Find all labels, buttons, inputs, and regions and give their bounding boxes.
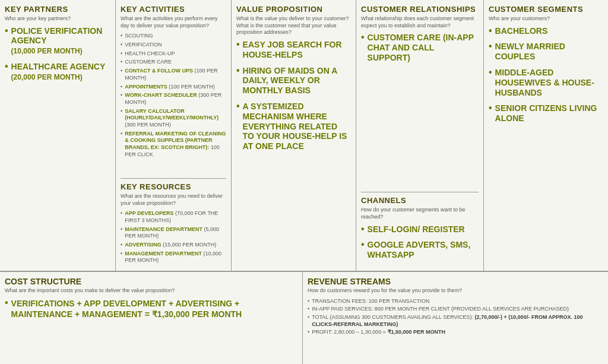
- value-proposition-subtitle: What is the value you deliver to your cu…: [236, 15, 351, 36]
- revenue-streams-cell: REVENUE STREAMS How do customers reward …: [303, 272, 608, 364]
- customer-rel-channels-cell: CUSTOMER RELATIONSHIPS What relationship…: [356, 0, 484, 271]
- key-partners-cell: KEY PARTNERS Who are your key partners? …: [0, 0, 116, 271]
- cr-item-1: CUSTOMER CARE (IN-APP CHAT AND CALL SUPP…: [361, 33, 479, 62]
- rs-item-2: IN-APP PAID SERVICES: 800 PER MONTH PER …: [308, 306, 603, 313]
- ka-item-3: HEALTH CHECK-UP: [121, 50, 226, 58]
- customer-segments-cell: CUSTOMER SEGMENTS Who are your customers…: [484, 0, 608, 271]
- kr-item-3: ADVERTISING (15,000 PER MONTH): [121, 242, 226, 249]
- revenue-streams-title: REVENUE STREAMS: [308, 277, 603, 286]
- customer-relationships-section: CUSTOMER RELATIONSHIPS What relationship…: [361, 5, 479, 192]
- ka-item-9: REFERRAL MARKETING OF CLEANING & COOKING…: [121, 131, 226, 159]
- cs-item-4: SENIOR CITIZENS LIVING ALONE: [489, 103, 603, 124]
- ka-item-1: SCOUTING: [121, 33, 226, 40]
- cost-structure-subtitle: What are the important costs you make to…: [5, 287, 297, 295]
- value-proposition-title: VALUE PROPOSITION: [236, 5, 351, 14]
- key-partners-title: KEY PARTNERS: [5, 5, 110, 14]
- cost-structure-item: VERIFICATIONS + APP DEVELOPMENT + ADVERT…: [5, 298, 297, 319]
- vp-item-2: HIRING OF MAIDS ON A DAILY, WEEKLY OR MO…: [236, 66, 351, 96]
- ka-item-5: CONTACT & FOLLOW UPS (100 PER MONTH): [121, 68, 226, 81]
- vp-item-3: A SYSTEMIZED MECHANISM WHERE EVERYTHING …: [236, 102, 351, 151]
- cs-item-1: BACHELORS: [489, 26, 603, 36]
- rs-item-1: TRANSACTION FEES: 100 PER TRANSACTION: [308, 298, 603, 305]
- kr-item-2: MAINTENANCE DEPARTMENT (5,000 PER MONTH): [121, 226, 226, 240]
- business-model-canvas: KEY PARTNERS Who are your key partners? …: [0, 0, 608, 364]
- ka-item-8: SALARY CALCULATOR (HOURLY/DAILY/WEEKLY/M…: [121, 108, 226, 129]
- ch-item-2: GOOGLE ADVERTS, SMS, WHATSAPP: [361, 240, 479, 260]
- kr-item-1: APP DEVELOPERS (70,000 FOR THE FIRST 3 M…: [121, 210, 226, 224]
- bottom-section: COST STRUCTURE What are the important co…: [0, 272, 608, 364]
- key-partners-subtitle: Who are your key partners?: [5, 15, 110, 23]
- ka-item-4: CUSTOMER CARE: [121, 59, 226, 66]
- channels-title: CHANNELS: [361, 196, 479, 205]
- cost-structure-title: COST STRUCTURE: [5, 277, 297, 286]
- key-activities-subtitle: What are the activities you perform ever…: [121, 15, 226, 29]
- revenue-streams-subtitle: How do customers reward you for the valu…: [308, 287, 603, 295]
- key-resources-subtitle: What are the resources you need to deliv…: [121, 193, 226, 207]
- value-proposition-cell: VALUE PROPOSITION What is the value you …: [232, 0, 356, 271]
- ka-item-6: APPOINTMENTS (100 PER MONTH): [121, 84, 226, 91]
- key-activities-title: KEY ACTIVITIES: [121, 5, 226, 14]
- ch-item-1: SELF-LOGIN/ REGISTER: [361, 224, 479, 235]
- cs-item-2: NEWLY MARRIED COUPLES: [489, 42, 603, 62]
- vp-item-1: EASY JOB SEARCH FOR HOUSE-HELPS: [236, 40, 351, 60]
- top-section: KEY PARTNERS Who are your key partners? …: [0, 0, 608, 272]
- ka-item-2: VERIFICATION: [121, 42, 226, 49]
- customer-rel-title: CUSTOMER RELATIONSHIPS: [361, 5, 479, 14]
- cs-item-3: MIDDLE-AGED HOUSEWIVES & HOUSE-HUSBANDS: [489, 68, 603, 97]
- customer-rel-subtitle: What relationship does each customer seg…: [361, 15, 479, 29]
- channels-section: CHANNELS How do your customer segments w…: [361, 192, 479, 266]
- key-partners-item-1: POLICE VERIFICATION AGENCY(10,000 PER MO…: [5, 26, 110, 56]
- key-activities-top: KEY ACTIVITIES What are the activities y…: [121, 5, 226, 179]
- channels-subtitle: How do your customer segments want to be…: [361, 207, 479, 220]
- customer-segments-title: CUSTOMER SEGMENTS: [489, 5, 603, 14]
- key-partners-item-2: HEALTHCARE AGENCY(20,000 PER MONTH): [5, 62, 110, 82]
- key-resources-section: KEY RESOURCES What are the resources you…: [121, 179, 226, 266]
- rs-item-4: PROFIT: 2,80,000 – 1,30,000 = ₹1,50,000 …: [308, 329, 603, 336]
- cost-structure-cell: COST STRUCTURE What are the important co…: [0, 272, 303, 364]
- key-resources-title: KEY RESOURCES: [121, 182, 226, 191]
- key-activities-resources-cell: KEY ACTIVITIES What are the activities y…: [116, 0, 232, 271]
- customer-segments-subtitle: Who are your customers?: [489, 15, 603, 23]
- key-activities-inner: KEY ACTIVITIES What are the activities y…: [121, 5, 226, 266]
- ka-item-7: WORK-CHART SCHEDULER (300 PER MONTH): [121, 92, 226, 106]
- rs-item-3: TOTAL (ASSUMING 300 CUSTOMERS AVAILING A…: [308, 314, 603, 328]
- kr-item-4: MANAGEMENT DEPARTMENT (10,000 PER MONTH): [121, 251, 226, 264]
- customer-rel-inner: CUSTOMER RELATIONSHIPS What relationship…: [361, 5, 479, 266]
